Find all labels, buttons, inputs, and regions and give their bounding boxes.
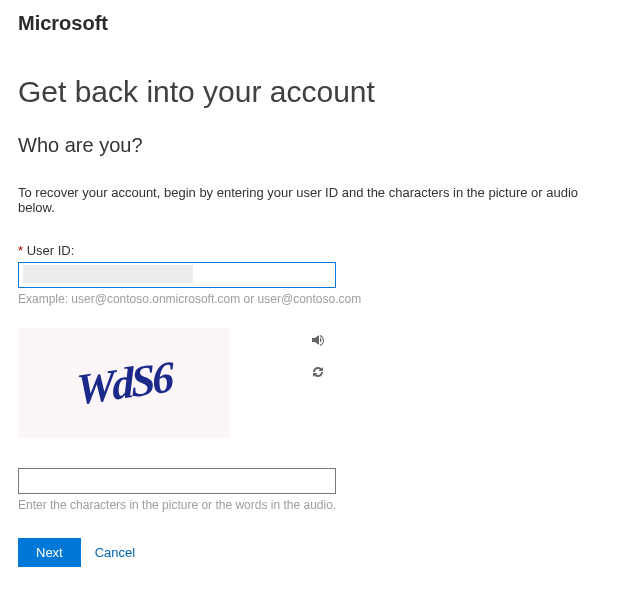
required-star: * (18, 243, 27, 258)
captcha-input[interactable] (18, 468, 336, 494)
userid-input[interactable] (18, 262, 336, 288)
audio-icon[interactable] (310, 332, 326, 348)
captcha-text: WdS6 (75, 351, 172, 415)
captcha-hint: Enter the characters in the picture or t… (18, 498, 607, 512)
instructions-text: To recover your account, begin by enteri… (18, 185, 607, 215)
captcha-image: WdS6 (18, 328, 230, 438)
userid-hint: Example: user@contoso.onmicrosoft.com or… (18, 292, 607, 306)
refresh-icon[interactable] (310, 364, 326, 380)
page-subtitle: Who are you? (18, 134, 607, 157)
brand-logo: Microsoft (18, 12, 607, 35)
userid-label-text: User ID: (27, 243, 75, 258)
cancel-link[interactable]: Cancel (95, 545, 135, 560)
userid-label: * User ID: (18, 243, 607, 258)
next-button[interactable]: Next (18, 538, 81, 567)
page-title: Get back into your account (18, 75, 607, 109)
